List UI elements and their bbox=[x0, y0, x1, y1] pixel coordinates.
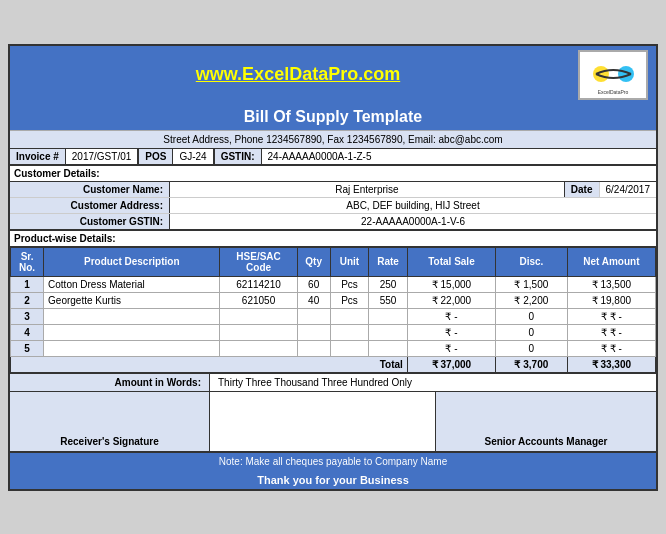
table-row: 2 Georgette Kurtis 621050 40 Pcs 550 ₹ 2… bbox=[11, 292, 656, 308]
td-net-amount: ₹ 19,800 bbox=[567, 292, 655, 308]
invoice-label: Invoice # bbox=[10, 149, 66, 164]
sig-right: Senior Accounts Manager bbox=[436, 392, 656, 451]
invoice-container: www.ExcelDataPro.com ExcelDataPro Bill O… bbox=[8, 44, 658, 491]
td-qty bbox=[297, 308, 330, 324]
td-qty bbox=[297, 324, 330, 340]
sig-left: Receiver's Signature bbox=[10, 392, 210, 451]
words-row: Amount in Words: Thirty Three Thousand T… bbox=[10, 373, 656, 392]
receiver-signature-label: Receiver's Signature bbox=[60, 436, 159, 447]
td-total-sale: ₹ - bbox=[407, 308, 495, 324]
td-qty: 60 bbox=[297, 276, 330, 292]
customer-name-label: Customer Name: bbox=[10, 182, 170, 197]
td-net-amount: ₹ ₹ - bbox=[567, 308, 655, 324]
td-rate bbox=[369, 308, 408, 324]
td-rate bbox=[369, 324, 408, 340]
th-rate: Rate bbox=[369, 247, 408, 276]
header-row: www.ExcelDataPro.com ExcelDataPro bbox=[10, 46, 656, 104]
footer-note-text: Note: Make all cheques payable to Compan… bbox=[219, 456, 447, 467]
td-net-amount: ₹ 13,500 bbox=[567, 276, 655, 292]
td-total-sale: ₹ - bbox=[407, 340, 495, 356]
gstin-val: 24-AAAAA0000A-1-Z-5 bbox=[262, 149, 378, 164]
total-disc: ₹ 3,700 bbox=[496, 356, 568, 372]
svg-point-2 bbox=[618, 66, 634, 82]
td-unit bbox=[330, 324, 369, 340]
td-sr: 2 bbox=[11, 292, 44, 308]
td-desc bbox=[44, 308, 220, 324]
customer-address-val: ABC, DEF building, HIJ Street bbox=[170, 198, 656, 213]
total-net: ₹ 33,300 bbox=[567, 356, 655, 372]
words-label: Amount in Words: bbox=[10, 374, 210, 391]
td-desc bbox=[44, 324, 220, 340]
td-disc: 0 bbox=[496, 308, 568, 324]
header-title: www.ExcelDataPro.com bbox=[18, 64, 578, 85]
td-rate: 250 bbox=[369, 276, 408, 292]
signature-area: Receiver's Signature Senior Accounts Man… bbox=[10, 392, 656, 452]
table-row: 1 Cotton Dress Material 62114210 60 Pcs … bbox=[11, 276, 656, 292]
total-label: Total bbox=[11, 356, 408, 372]
td-hse bbox=[220, 340, 297, 356]
customer-gstin-val: 22-AAAAA0000A-1-V-6 bbox=[170, 214, 656, 229]
td-sr: 3 bbox=[11, 308, 44, 324]
product-section-label: Product-wise Details: bbox=[10, 230, 656, 247]
td-desc: Georgette Kurtis bbox=[44, 292, 220, 308]
td-hse: 621050 bbox=[220, 292, 297, 308]
footer-note: Note: Make all cheques payable to Compan… bbox=[10, 452, 656, 470]
td-disc: 0 bbox=[496, 324, 568, 340]
bill-title-row: Bill Of Supply Template bbox=[10, 104, 656, 130]
footer-thanks-text: Thank you for your Business bbox=[257, 474, 409, 486]
total-sale: ₹ 37,000 bbox=[407, 356, 495, 372]
customer-gstin-label: Customer GSTIN: bbox=[10, 214, 170, 229]
date-val: 6/24/2017 bbox=[600, 182, 657, 197]
total-row: Total ₹ 37,000 ₹ 3,700 ₹ 33,300 bbox=[11, 356, 656, 372]
words-val: Thirty Three Thousand Three Hundred Only bbox=[210, 374, 656, 391]
pos-val: GJ-24 bbox=[173, 149, 213, 164]
td-qty bbox=[297, 340, 330, 356]
td-net-amount: ₹ ₹ - bbox=[567, 324, 655, 340]
customer-section-label: Customer Details: bbox=[10, 165, 656, 182]
td-net-amount: ₹ ₹ - bbox=[567, 340, 655, 356]
td-sr: 4 bbox=[11, 324, 44, 340]
footer-thanks: Thank you for your Business bbox=[10, 470, 656, 489]
td-rate bbox=[369, 340, 408, 356]
table-row: 5 ₹ - 0 ₹ ₹ - bbox=[11, 340, 656, 356]
website-link[interactable]: www.ExcelDataPro.com bbox=[196, 64, 400, 84]
th-sr: Sr. No. bbox=[11, 247, 44, 276]
th-hse: HSE/SAC Code bbox=[220, 247, 297, 276]
date-label: Date bbox=[565, 182, 600, 197]
th-disc: Disc. bbox=[496, 247, 568, 276]
th-qty: Qty bbox=[297, 247, 330, 276]
table-row: 3 ₹ - 0 ₹ ₹ - bbox=[11, 308, 656, 324]
td-hse bbox=[220, 324, 297, 340]
td-total-sale: ₹ - bbox=[407, 324, 495, 340]
senior-accounts-label: Senior Accounts Manager bbox=[485, 436, 608, 447]
invoice-number: 2017/GST/01 bbox=[66, 149, 138, 164]
th-total-sale: Total Sale bbox=[407, 247, 495, 276]
customer-address-row: Customer Address: ABC, DEF building, HIJ… bbox=[10, 198, 656, 214]
td-disc: ₹ 1,500 bbox=[496, 276, 568, 292]
td-desc bbox=[44, 340, 220, 356]
bill-title: Bill Of Supply Template bbox=[244, 108, 422, 125]
customer-address-label: Customer Address: bbox=[10, 198, 170, 213]
td-unit: Pcs bbox=[330, 276, 369, 292]
customer-name-val: Raj Enterprise bbox=[170, 182, 564, 197]
sig-mid bbox=[210, 392, 436, 451]
th-desc: Product Description bbox=[44, 247, 220, 276]
invoice-meta-row: Invoice # 2017/GST/01 POS GJ-24 GSTIN: 2… bbox=[10, 148, 656, 165]
svg-text:ExcelDataPro: ExcelDataPro bbox=[597, 89, 628, 95]
address-row: Street Address, Phone 1234567890, Fax 12… bbox=[10, 130, 656, 148]
customer-name-row: Customer Name: Raj Enterprise Date 6/24/… bbox=[10, 182, 656, 198]
td-unit: Pcs bbox=[330, 292, 369, 308]
td-disc: 0 bbox=[496, 340, 568, 356]
customer-gstin-row: Customer GSTIN: 22-AAAAA0000A-1-V-6 bbox=[10, 214, 656, 230]
pos-label: POS bbox=[138, 149, 173, 164]
svg-point-1 bbox=[593, 66, 609, 82]
td-hse bbox=[220, 308, 297, 324]
gstin-label: GSTIN: bbox=[214, 149, 262, 164]
product-table: Sr. No. Product Description HSE/SAC Code… bbox=[10, 247, 656, 373]
td-hse: 62114210 bbox=[220, 276, 297, 292]
td-sr: 5 bbox=[11, 340, 44, 356]
date-block: Date 6/24/2017 bbox=[564, 182, 656, 197]
td-rate: 550 bbox=[369, 292, 408, 308]
logo: ExcelDataPro bbox=[578, 50, 648, 100]
td-sr: 1 bbox=[11, 276, 44, 292]
